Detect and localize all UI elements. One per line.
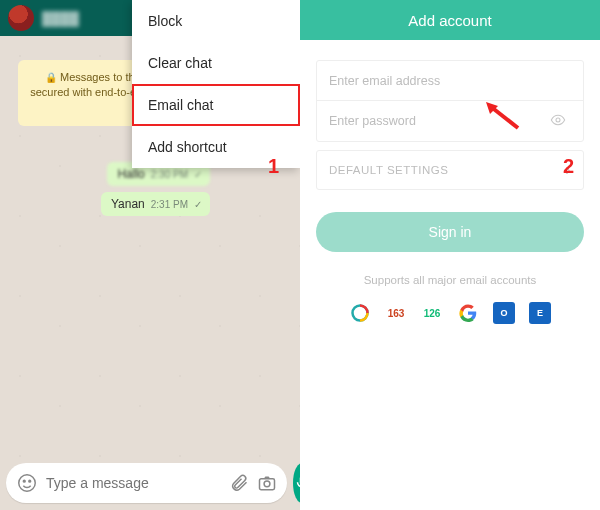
header-title: Add account xyxy=(408,12,491,29)
svg-point-0 xyxy=(19,475,36,492)
message-text: Yanan xyxy=(111,197,145,211)
check-icon: ✓ xyxy=(194,169,202,180)
message-time: 2:31 PM xyxy=(151,199,188,210)
signin-button-label: Sign in xyxy=(429,224,472,240)
default-settings-row[interactable]: DEFAULT SETTINGS › xyxy=(316,150,584,190)
show-password-icon[interactable] xyxy=(546,112,571,131)
message-text: Hallo xyxy=(117,167,144,181)
svg-point-4 xyxy=(264,481,270,487)
whatsapp-chat-screen: ████ Messages to this chat and calls are… xyxy=(0,0,300,510)
menu-item-clear-chat[interactable]: Clear chat xyxy=(132,42,300,84)
add-account-screen: Add account DEFAULT SETTINGS › Sign xyxy=(300,0,600,510)
annotation-number-2: 2 xyxy=(563,155,574,178)
provider-outlook-icon[interactable]: O xyxy=(493,302,515,324)
camera-icon[interactable] xyxy=(257,473,277,493)
signin-button[interactable]: Sign in xyxy=(316,212,584,252)
check-icon: ✓ xyxy=(194,199,202,210)
menu-item-block[interactable]: Block xyxy=(132,0,300,42)
provider-exchange-icon[interactable]: E xyxy=(529,302,551,324)
message-time: 2:30 PM xyxy=(151,169,188,180)
attachment-icon[interactable] xyxy=(229,473,249,493)
message-bubble[interactable]: Yanan 2:31 PM ✓ xyxy=(101,192,210,216)
avatar[interactable] xyxy=(8,5,34,31)
provider-qq-icon[interactable] xyxy=(349,302,371,324)
annotation-arrow-icon xyxy=(482,100,522,132)
lock-icon xyxy=(45,71,60,83)
svg-point-2 xyxy=(29,480,31,482)
provider-google-icon[interactable] xyxy=(457,302,479,324)
contact-name: ████ xyxy=(42,11,79,26)
support-text: Supports all major email accounts xyxy=(316,274,584,286)
password-field-row xyxy=(317,101,583,141)
email-field[interactable] xyxy=(329,74,571,88)
overflow-menu: Block Clear chat Email chat Add shortcut xyxy=(132,0,300,168)
add-account-header: Add account xyxy=(300,0,600,40)
email-provider-row: 163 126 O E xyxy=(316,302,584,324)
provider-163-icon[interactable]: 163 xyxy=(385,302,407,324)
default-settings-label: DEFAULT SETTINGS xyxy=(329,164,448,176)
emoji-icon[interactable] xyxy=(16,472,38,494)
message-input-pill xyxy=(6,463,287,503)
credential-fields xyxy=(316,60,584,142)
email-field-row xyxy=(317,61,583,101)
menu-item-email-chat[interactable]: Email chat xyxy=(132,84,300,126)
message-input[interactable] xyxy=(46,475,221,491)
annotation-number-1: 1 xyxy=(268,155,279,178)
provider-126-icon[interactable]: 126 xyxy=(421,302,443,324)
svg-point-1 xyxy=(23,480,25,482)
svg-point-6 xyxy=(556,118,560,122)
message-input-bar xyxy=(6,462,294,504)
